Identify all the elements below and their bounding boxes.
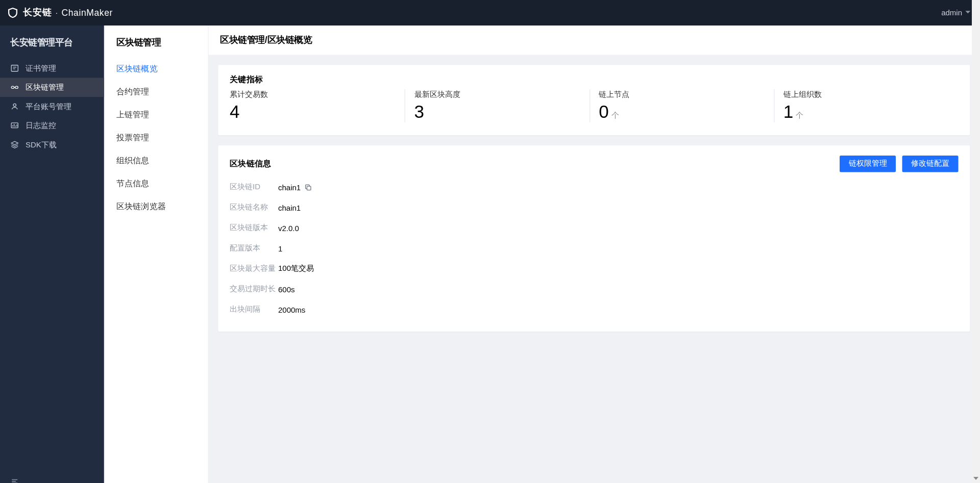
collapse-icon [10,477,19,483]
scrollbar-down-arrow-icon [973,477,978,480]
nav-label: 区块链管理 [26,82,64,93]
nav-label: SDK下载 [26,139,57,150]
sub-item-explorer[interactable]: 区块链浏览器 [105,195,208,218]
info-row-chain-id: 区块链ID chain1 [230,177,959,197]
info-value: 2000ms [278,305,305,314]
sub-sidebar-title: 区块链管理 [105,33,208,58]
cert-icon [10,64,19,73]
user-menu[interactable]: admin [941,8,971,17]
content-area: 关键指标 累计交易数 4 最新区块高度 3 [208,55,981,484]
chain-auth-button[interactable]: 链权限管理 [840,156,896,172]
nav-label: 证书管理 [26,63,56,73]
breadcrumb: 区块链管理/区块链概览 [220,35,312,46]
svg-rect-0 [11,65,18,71]
monitor-icon [10,121,19,131]
copy-icon[interactable] [305,184,312,191]
kpi-card: 关键指标 累计交易数 4 最新区块高度 3 [218,65,970,135]
info-row-block-capacity: 区块最大容量 100笔交易 [230,259,959,279]
info-row-block-interval: 出块间隔 2000ms [230,299,959,320]
info-row-tx-expiry: 交易过期时长 600s [230,279,959,299]
kpi-value: 1 [783,103,793,122]
nav-item-blockchain[interactable]: 区块链管理 [0,78,104,97]
chainmaker-logo-icon [7,7,19,19]
kpi-unit: 个 [796,110,803,121]
platform-title: 长安链管理平台 [0,26,104,59]
info-row-chain-name: 区块链名称 chain1 [230,197,959,218]
kpi-nodes: 链上节点 0 个 [589,89,774,122]
info-value: 1 [278,244,282,253]
breadcrumb-bar: 区块链管理/区块链概览 [208,26,981,55]
info-key: 区块链名称 [230,202,278,213]
svg-rect-3 [11,86,14,88]
brand-name-en: ChainMaker [61,8,113,18]
sub-item-onchain[interactable]: 上链管理 [105,104,208,126]
chevron-down-icon [965,8,971,17]
main: 区块链管理/区块链概览 关键指标 累计交易数 4 [208,26,981,483]
chain-info-card: 区块链信息 链权限管理 修改链配置 区块链ID chain1 [218,145,970,332]
nav-item-cert[interactable]: 证书管理 [0,59,104,78]
sub-item-overview[interactable]: 区块链概览 [105,58,208,81]
sub-item-node[interactable]: 节点信息 [105,172,208,195]
info-row-chain-version: 区块链版本 v2.0.0 [230,218,959,238]
sub-item-vote[interactable]: 投票管理 [105,126,208,149]
sub-item-org[interactable]: 组织信息 [105,149,208,172]
kpi-tx-count: 累计交易数 4 [230,89,405,122]
chain-icon [10,83,19,92]
sidebar-nav: 长安链管理平台 证书管理 区块链管理 平台账号管理 日志监控 SDK下载 [0,26,104,483]
info-value: 100笔交易 [278,264,314,274]
info-row-config-version: 配置版本 1 [230,238,959,259]
brand: 长安链 · ChainMaker [7,7,113,19]
info-value: chain1 [278,183,301,192]
svg-rect-4 [15,86,18,88]
chain-info-table: 区块链ID chain1 区块链名称 chain1 [230,177,959,320]
chain-config-button[interactable]: 修改链配置 [902,156,959,172]
kpi-orgs: 链上组织数 1 个 [774,89,959,122]
brand-separator: · [56,8,58,17]
topbar: 长安链 · ChainMaker admin [0,0,980,26]
svg-rect-15 [307,186,311,190]
nav-item-account[interactable]: 平台账号管理 [0,97,104,116]
user-name: admin [941,8,962,17]
nav-item-sdk[interactable]: SDK下载 [0,135,104,155]
info-key: 区块链版本 [230,223,278,234]
chain-info-title: 区块链信息 [230,158,271,170]
nav-label: 日志监控 [26,120,56,131]
user-icon [10,102,19,111]
info-key: 区块最大容量 [230,264,278,274]
info-value: chain1 [278,203,301,212]
nav-label: 平台账号管理 [26,101,71,112]
kpi-value: 4 [230,103,239,122]
sub-sidebar: 区块链管理 区块链概览 合约管理 上链管理 投票管理 组织信息 节点信息 区块链… [104,26,208,483]
sub-item-contract[interactable]: 合约管理 [105,81,208,104]
info-value: v2.0.0 [278,223,299,233]
nav-collapse-toggle[interactable] [0,471,104,484]
info-key: 出块间隔 [230,304,278,315]
info-key: 区块链ID [230,182,278,193]
kpi-block-height: 最新区块高度 3 [405,89,590,122]
info-value: 600s [278,285,295,294]
kpi-label: 链上节点 [599,89,774,100]
brand-name-cn: 长安链 [23,7,52,19]
svg-point-6 [13,104,16,106]
info-key: 配置版本 [230,243,278,254]
kpi-unit: 个 [611,110,619,121]
outer-scrollbar[interactable] [972,0,980,483]
kpi-label: 最新区块高度 [414,89,590,100]
kpi-value: 3 [414,103,424,122]
kpi-value: 0 [599,103,608,122]
download-stack-icon [10,140,19,149]
kpi-label: 累计交易数 [230,89,405,100]
kpi-title: 关键指标 [230,74,959,86]
info-key: 交易过期时长 [230,284,278,295]
nav-item-log[interactable]: 日志监控 [0,116,104,136]
kpi-label: 链上组织数 [783,89,959,100]
